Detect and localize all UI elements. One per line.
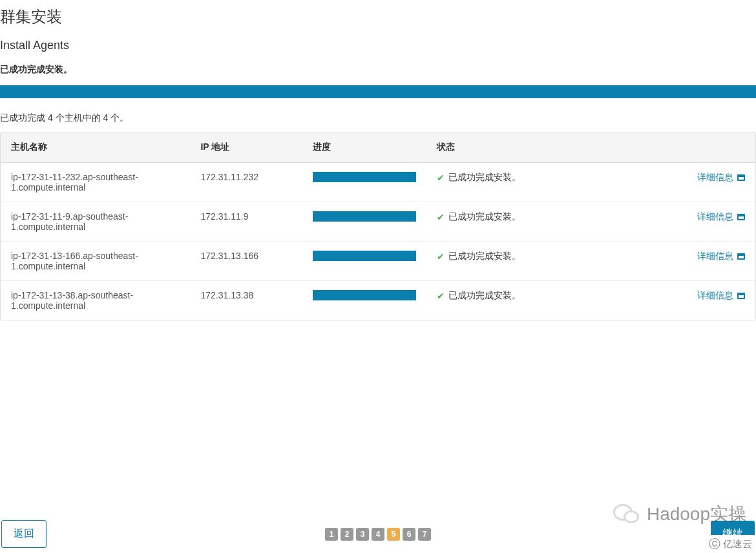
cell-status: ✔ 已成功完成安装。 bbox=[426, 242, 662, 281]
details-link[interactable]: 详细信息 bbox=[697, 251, 745, 262]
col-header-status: 状态 bbox=[426, 132, 662, 163]
check-icon: ✔ bbox=[437, 172, 445, 183]
back-button[interactable]: 返回 bbox=[1, 520, 47, 548]
cell-hostname: ip-172-31-11-232.ap-southeast-1.compute.… bbox=[1, 163, 190, 202]
page-button-5[interactable]: 5 bbox=[387, 528, 400, 541]
status-text: 已成功完成安装。 bbox=[448, 172, 521, 183]
cell-details: 详细信息 bbox=[662, 281, 755, 320]
cell-ip: 172.31.11.9 bbox=[190, 202, 302, 242]
check-icon: ✔ bbox=[437, 251, 445, 262]
expand-icon bbox=[737, 293, 745, 299]
progress-bar-container bbox=[313, 251, 416, 261]
page-button-4[interactable]: 4 bbox=[372, 528, 384, 541]
details-link-label: 详细信息 bbox=[697, 172, 733, 183]
page-button-7[interactable]: 7 bbox=[418, 528, 431, 541]
cell-hostname: ip-172-31-13-38.ap-southeast-1.compute.i… bbox=[1, 281, 190, 320]
check-icon: ✔ bbox=[437, 291, 445, 301]
section-divider bbox=[0, 85, 756, 98]
progress-bar-container bbox=[313, 290, 416, 300]
page-button-1[interactable]: 1 bbox=[325, 528, 338, 541]
status-text: 已成功完成安装。 bbox=[448, 251, 521, 262]
table-row: ip-172-31-11-232.ap-southeast-1.compute.… bbox=[1, 163, 755, 202]
progress-bar bbox=[313, 211, 416, 222]
cell-progress bbox=[302, 242, 426, 281]
col-header-progress: 进度 bbox=[302, 132, 426, 163]
cell-details: 详细信息 bbox=[662, 202, 755, 242]
cell-hostname: ip-172-31-11-9.ap-southeast-1.compute.in… bbox=[1, 202, 190, 242]
cell-progress bbox=[302, 281, 426, 320]
cloud-icon: ⓒ bbox=[709, 536, 720, 552]
cell-ip: 172.31.13.166 bbox=[190, 242, 302, 281]
cell-ip: 172.31.13.38 bbox=[190, 281, 302, 320]
wechat-icon bbox=[611, 501, 643, 527]
watermark-text: Hadoop实操 bbox=[647, 502, 746, 527]
page-button-6[interactable]: 6 bbox=[403, 528, 415, 541]
hosts-table: 主机名称 IP 地址 进度 状态 ip-172-31-11-232.ap-sou… bbox=[1, 132, 755, 320]
install-success-message: 已成功完成安装。 bbox=[0, 64, 756, 76]
progress-bar bbox=[313, 290, 416, 300]
cell-status: ✔ 已成功完成安装。 bbox=[426, 202, 662, 242]
brand-watermark-text: 亿速云 bbox=[723, 538, 752, 550]
cell-details: 详细信息 bbox=[662, 242, 755, 281]
page-subtitle: Install Agents bbox=[0, 39, 756, 52]
details-link-label: 详细信息 bbox=[697, 251, 733, 262]
details-link[interactable]: 详细信息 bbox=[697, 211, 745, 223]
cell-progress bbox=[302, 202, 426, 242]
status-text: 已成功完成安装。 bbox=[448, 211, 521, 223]
details-link[interactable]: 详细信息 bbox=[697, 290, 745, 302]
table-row: ip-172-31-11-9.ap-southeast-1.compute.in… bbox=[1, 202, 755, 242]
status-text: 已成功完成安装。 bbox=[448, 290, 521, 302]
hosts-table-container: 主机名称 IP 地址 进度 状态 ip-172-31-11-232.ap-sou… bbox=[0, 132, 756, 320]
progress-bar-container bbox=[313, 172, 416, 182]
expand-icon bbox=[737, 253, 745, 260]
cell-hostname: ip-172-31-13-166.ap-southeast-1.compute.… bbox=[1, 242, 190, 281]
expand-icon bbox=[737, 214, 745, 220]
cell-ip: 172.31.11.232 bbox=[190, 163, 302, 202]
details-link[interactable]: 详细信息 bbox=[697, 172, 745, 183]
check-icon: ✔ bbox=[437, 212, 445, 222]
page-button-3[interactable]: 3 bbox=[356, 528, 369, 541]
watermark: Hadoop实操 bbox=[611, 501, 746, 527]
cell-status: ✔ 已成功完成安装。 bbox=[426, 281, 662, 320]
cell-details: 详细信息 bbox=[662, 163, 755, 202]
details-link-label: 详细信息 bbox=[697, 211, 733, 223]
cell-status: ✔ 已成功完成安装。 bbox=[426, 163, 662, 202]
cell-progress bbox=[302, 163, 426, 202]
col-header-details bbox=[662, 132, 755, 163]
progress-bar-container bbox=[313, 211, 416, 222]
progress-bar bbox=[313, 172, 416, 182]
col-header-hostname: 主机名称 bbox=[1, 132, 190, 163]
col-header-ip: IP 地址 bbox=[190, 132, 302, 163]
progress-summary: 已成功完成 4 个主机中的 4 个。 bbox=[0, 112, 756, 124]
table-row: ip-172-31-13-166.ap-southeast-1.compute.… bbox=[1, 242, 755, 281]
brand-watermark: ⓒ 亿速云 bbox=[705, 535, 756, 553]
table-row: ip-172-31-13-38.ap-southeast-1.compute.i… bbox=[1, 281, 755, 320]
details-link-label: 详细信息 bbox=[697, 290, 733, 302]
page-title: 群集安装 bbox=[0, 6, 756, 27]
progress-bar bbox=[313, 251, 416, 261]
pagination: 1234567 bbox=[325, 528, 431, 541]
page-button-2[interactable]: 2 bbox=[341, 528, 353, 541]
expand-icon bbox=[737, 174, 745, 181]
